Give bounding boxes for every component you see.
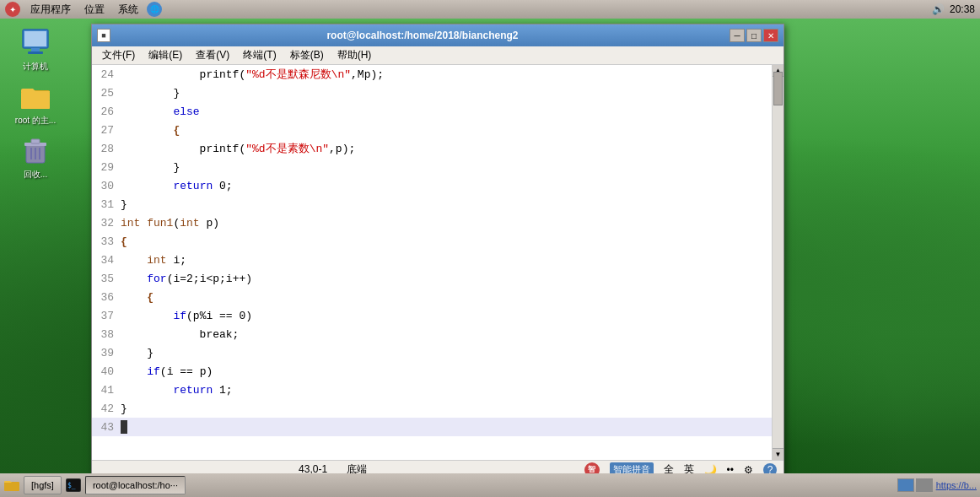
line-num-38: 38 [95, 328, 121, 341]
code-line-32: 32 int fun1(int p) [92, 213, 772, 232]
swatch-blue [897, 478, 914, 492]
minimize-button[interactable]: ─ [730, 29, 745, 42]
line-num-41: 41 [95, 384, 121, 397]
maximize-button[interactable]: □ [746, 29, 762, 42]
line-content-40: if(i == p) [121, 365, 213, 378]
svg-rect-8 [31, 139, 40, 143]
svg-text:$_: $_ [67, 482, 76, 489]
line-content-41: return 1; [121, 384, 233, 397]
line-content-28: printf("%d不是素数\n",p); [121, 141, 355, 156]
line-num-28: 28 [95, 143, 121, 155]
close-button[interactable]: ✕ [763, 29, 778, 42]
code-line-36: 36 { [92, 288, 772, 306]
volume-icon: 🔊 [932, 3, 945, 15]
line-num-34: 34 [95, 254, 121, 267]
taskbar-btn-hgfs[interactable]: [hgfs] [24, 476, 62, 494]
svg-rect-5 [21, 92, 50, 109]
scrollbar-thumb[interactable] [773, 72, 783, 105]
menu-file[interactable]: 文件(F) [95, 46, 142, 64]
desktop-icon-folder[interactable]: root 的主... [8, 79, 62, 127]
code-line-33: 33 { [92, 232, 772, 251]
app-menu-item[interactable]: 应用程序 [25, 1, 76, 19]
system-menu-item[interactable]: 系统 [113, 1, 143, 19]
code-line-38: 38 break; [92, 325, 772, 343]
svg-rect-12 [4, 482, 19, 491]
line-content-38: break; [121, 328, 239, 341]
taskbar-btn-terminal-label: root@localhost:/ho··· [93, 480, 178, 490]
taskbar-terminal-icon: $_ [65, 477, 82, 494]
line-num-39: 39 [95, 347, 121, 359]
desktop-icons-container: 计算机 root 的主... [8, 25, 62, 181]
window-title: root@localhost:/home/2018/biancheng2 [116, 30, 730, 41]
code-line-35: 35 for(i=2;i<p;i++) [92, 269, 772, 288]
color-swatches [897, 478, 933, 492]
editor-container: 24 printf("%d不是默森尼数\n",Mp); 25 } 26 else [92, 65, 783, 460]
line-num-43: 43 [95, 421, 121, 434]
desktop: ✦ 应用程序 位置 系统 🌐 🔊 20:38 [0, 0, 980, 497]
svg-rect-2 [31, 48, 40, 51]
taskbar-folder-icon [3, 477, 20, 494]
code-area: 24 printf("%d不是默森尼数\n",Mp); 25 } 26 else [92, 65, 772, 460]
code-line-30: 30 return 0; [92, 176, 772, 195]
line-num-42: 42 [95, 402, 121, 415]
line-content-39: } [121, 347, 153, 359]
line-content-37: if(p%i == 0) [121, 310, 252, 322]
line-num-35: 35 [95, 273, 121, 285]
trash-icon [19, 133, 52, 167]
line-content-27: { [121, 124, 180, 137]
app-icon: ✦ [5, 2, 20, 17]
line-content-34: int i; [121, 254, 186, 267]
svg-rect-1 [24, 31, 46, 46]
window-titlebar: ■ root@localhost:/home/2018/biancheng2 ─… [92, 24, 783, 46]
swatch-gray [916, 478, 933, 492]
line-num-40: 40 [95, 365, 121, 378]
svg-rect-3 [28, 51, 43, 54]
line-num-31: 31 [95, 198, 121, 211]
line-num-24: 24 [95, 68, 121, 81]
code-line-28: 28 printf("%d不是素数\n",p); [92, 139, 772, 158]
line-content-30: return 0; [121, 180, 233, 192]
computer-icon [19, 25, 52, 59]
folder-icon-label: root 的主... [15, 115, 56, 127]
taskbar-bottom-right: https://b... [897, 478, 977, 492]
code-line-31: 31 } [92, 195, 772, 213]
menu-view[interactable]: 查看(V) [189, 46, 236, 64]
code-line-29: 29 } [92, 158, 772, 176]
menu-edit[interactable]: 编辑(E) [142, 46, 189, 64]
menu-help[interactable]: 帮助(H) [331, 46, 379, 64]
scrollbar-right[interactable]: ▲ ▼ [772, 65, 783, 460]
code-line-39: 39 } [92, 343, 772, 362]
menu-terminal[interactable]: 终端(T) [236, 46, 283, 64]
line-num-36: 36 [95, 291, 121, 304]
terminal-window: ■ root@localhost:/home/2018/biancheng2 ─… [91, 24, 784, 479]
line-content-36: { [121, 291, 153, 304]
position-menu-item[interactable]: 位置 [79, 1, 110, 19]
menu-tabs[interactable]: 标签(B) [283, 46, 331, 64]
line-content-26: else [121, 105, 200, 118]
line-num-37: 37 [95, 310, 121, 322]
trash-icon-label: 回收... [24, 169, 47, 181]
taskbar-btn-terminal[interactable]: root@localhost:/ho··· [85, 476, 186, 494]
editor-content[interactable]: 24 printf("%d不是默森尼数\n",Mp); 25 } 26 else [92, 65, 772, 460]
network-icon: 🌐 [147, 2, 162, 17]
code-line-34: 34 int i; [92, 251, 772, 269]
folder-icon [19, 79, 52, 113]
taskbar-bottom: [hgfs] $_ root@localhost:/ho··· https://… [0, 473, 980, 497]
taskbar-link[interactable]: https://b... [936, 480, 977, 490]
code-line-37: 37 if(p%i == 0) [92, 306, 772, 325]
line-content-43 [121, 420, 127, 434]
line-content-29: } [121, 161, 180, 174]
line-content-25: } [121, 87, 180, 100]
code-line-41: 41 return 1; [92, 381, 772, 399]
line-content-24: printf("%d不是默森尼数\n",Mp); [121, 67, 384, 82]
desktop-icon-computer[interactable]: 计算机 [8, 25, 62, 73]
line-num-33: 33 [95, 235, 121, 248]
desktop-icon-trash[interactable]: 回收... [8, 133, 62, 181]
code-line-24: 24 printf("%d不是默森尼数\n",Mp); [92, 65, 772, 84]
window-icon: ■ [97, 29, 110, 42]
line-num-27: 27 [95, 124, 121, 137]
scroll-down-btn[interactable]: ▼ [773, 448, 783, 460]
taskbar-top-left: ✦ 应用程序 位置 系统 🌐 [0, 1, 167, 19]
computer-icon-label: 计算机 [23, 61, 48, 73]
line-content-33: { [121, 235, 127, 248]
